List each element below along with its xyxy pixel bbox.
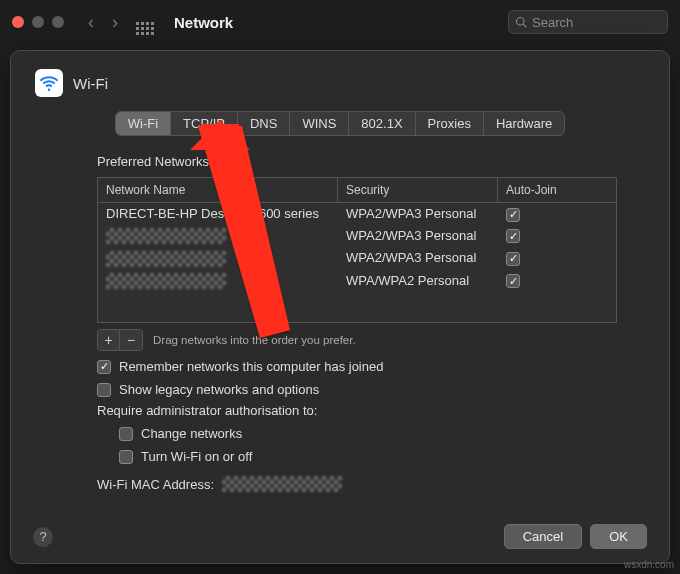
require-admin-label: Require administrator authorisation to: — [97, 403, 317, 418]
change-networks-label: Change networks — [141, 426, 242, 441]
help-button[interactable]: ? — [33, 527, 53, 547]
table-header: Network Name Security Auto-Join — [98, 178, 616, 203]
svg-line-1 — [523, 24, 526, 27]
cancel-button[interactable]: Cancel — [504, 524, 582, 549]
network-security: WPA2/WPA3 Personal — [338, 247, 498, 270]
redacted-network-name — [106, 251, 226, 267]
col-security[interactable]: Security — [338, 178, 498, 202]
autojoin-checkbox[interactable] — [506, 274, 520, 288]
network-name: DIRECT-BE-HP DeskJet 2600 series — [98, 203, 338, 225]
remove-network-button[interactable]: − — [120, 330, 142, 350]
table-row[interactable]: WPA2/WPA3 Personal — [98, 247, 616, 270]
wifi-settings-sheet: Wi-Fi Wi-Fi TCP/IP DNS WINS 802.1X Proxi… — [10, 50, 670, 564]
watermark: wsxdn.com — [624, 559, 674, 570]
tab-dns[interactable]: DNS — [238, 112, 290, 135]
grid-icon — [136, 22, 154, 35]
network-security: WPA2/WPA3 Personal — [338, 203, 498, 225]
mac-address-value — [222, 476, 342, 492]
drag-hint: Drag networks into the order you prefer. — [153, 334, 356, 346]
add-remove-buttons: + − — [97, 329, 143, 351]
show-legacy-label: Show legacy networks and options — [119, 382, 319, 397]
mac-address-label: Wi-Fi MAC Address: — [97, 477, 214, 492]
col-network-name[interactable]: Network Name — [98, 178, 338, 202]
svg-point-0 — [517, 18, 525, 26]
remember-networks-checkbox[interactable] — [97, 360, 111, 374]
change-networks-checkbox[interactable] — [119, 427, 133, 441]
tab-wifi[interactable]: Wi-Fi — [116, 112, 171, 135]
tab-tcpip[interactable]: TCP/IP — [171, 112, 238, 135]
window-toolbar: ‹ › Network Search — [0, 0, 680, 44]
autojoin-checkbox[interactable] — [506, 229, 520, 243]
table-row[interactable]: WPA2/WPA3 Personal — [98, 225, 616, 248]
network-security: WPA/WPA2 Personal — [338, 270, 498, 293]
sheet-title: Wi-Fi — [73, 75, 108, 92]
tabs: Wi-Fi TCP/IP DNS WINS 802.1X Proxies Har… — [115, 111, 566, 136]
preferred-networks-label: Preferred Networks: — [97, 154, 617, 169]
window-title: Network — [174, 14, 233, 31]
tab-hardware[interactable]: Hardware — [484, 112, 564, 135]
col-autojoin[interactable]: Auto-Join — [498, 178, 616, 202]
redacted-network-name — [106, 228, 226, 244]
autojoin-checkbox[interactable] — [506, 208, 520, 222]
toggle-wifi-checkbox[interactable] — [119, 450, 133, 464]
preferred-networks-table: Network Name Security Auto-Join DIRECT-B… — [97, 177, 617, 323]
wifi-icon — [35, 69, 63, 97]
search-icon — [515, 16, 527, 28]
tab-proxies[interactable]: Proxies — [416, 112, 484, 135]
remember-networks-label: Remember networks this computer has join… — [119, 359, 383, 374]
ok-button[interactable]: OK — [590, 524, 647, 549]
toggle-wifi-label: Turn Wi-Fi on or off — [141, 449, 252, 464]
tab-8021x[interactable]: 802.1X — [349, 112, 415, 135]
table-row[interactable]: WPA/WPA2 Personal — [98, 270, 616, 293]
table-row[interactable]: DIRECT-BE-HP DeskJet 2600 seriesWPA2/WPA… — [98, 203, 616, 225]
traffic-lights — [12, 16, 64, 28]
autojoin-checkbox[interactable] — [506, 252, 520, 266]
forward-button[interactable]: › — [108, 12, 122, 33]
network-security: WPA2/WPA3 Personal — [338, 225, 498, 248]
add-network-button[interactable]: + — [98, 330, 120, 350]
search-placeholder: Search — [532, 15, 573, 30]
redacted-network-name — [106, 273, 226, 289]
tab-wins[interactable]: WINS — [290, 112, 349, 135]
minimize-window-button[interactable] — [32, 16, 44, 28]
show-legacy-checkbox[interactable] — [97, 383, 111, 397]
zoom-window-button[interactable] — [52, 16, 64, 28]
back-button[interactable]: ‹ — [84, 12, 98, 33]
apps-grid-button[interactable] — [132, 9, 158, 35]
close-window-button[interactable] — [12, 16, 24, 28]
search-field[interactable]: Search — [508, 10, 668, 34]
